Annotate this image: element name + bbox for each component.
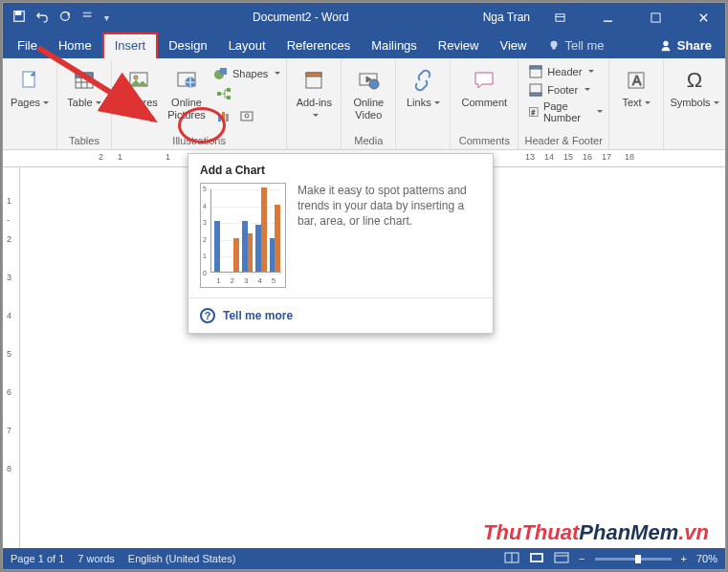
status-page[interactable]: Page 1 of 1 bbox=[11, 553, 64, 564]
tab-layout[interactable]: Layout bbox=[218, 33, 276, 58]
tab-references[interactable]: References bbox=[276, 33, 361, 58]
shapes-button[interactable]: Shapes bbox=[213, 66, 280, 81]
maximize-icon[interactable] bbox=[637, 4, 673, 31]
view-read-icon[interactable] bbox=[504, 552, 519, 565]
addins-button[interactable]: Add-ins bbox=[293, 62, 335, 121]
svg-text:#: # bbox=[532, 109, 536, 116]
svg-rect-23 bbox=[241, 112, 253, 121]
help-icon: ? bbox=[200, 308, 215, 323]
links-button[interactable]: Links bbox=[402, 62, 444, 109]
zoom-level[interactable]: 70% bbox=[696, 553, 717, 564]
redo-icon[interactable] bbox=[58, 10, 72, 26]
tab-review[interactable]: Review bbox=[428, 33, 490, 58]
svg-rect-6 bbox=[651, 12, 659, 21]
svg-rect-32 bbox=[530, 93, 541, 96]
header-button[interactable]: Header bbox=[528, 64, 603, 79]
screenshot-button[interactable] bbox=[236, 106, 257, 125]
comment-button[interactable]: Comment bbox=[456, 62, 512, 109]
svg-point-7 bbox=[663, 40, 668, 45]
status-bar: Page 1 of 1 7 words English (United Stat… bbox=[3, 548, 725, 569]
svg-point-28 bbox=[369, 79, 379, 89]
addins-icon bbox=[302, 64, 325, 97]
svg-rect-40 bbox=[555, 553, 568, 562]
qat-more-icon[interactable] bbox=[81, 10, 95, 26]
symbols-button[interactable]: Ω Symbols bbox=[670, 62, 719, 109]
annotation-arrow bbox=[29, 38, 191, 143]
document-title: Document2 - Word bbox=[119, 11, 483, 24]
undo-icon[interactable] bbox=[35, 10, 49, 26]
title-bar: ▾ Document2 - Word Nga Tran bbox=[3, 3, 725, 32]
svg-rect-4 bbox=[83, 15, 92, 17]
minimize-icon[interactable] bbox=[589, 4, 626, 31]
online-video-button[interactable]: Online Video bbox=[347, 62, 389, 121]
comment-icon bbox=[473, 64, 496, 97]
svg-rect-17 bbox=[217, 92, 221, 96]
text-icon: A bbox=[625, 64, 648, 97]
tooltip-title: Add a Chart bbox=[188, 154, 493, 183]
zoom-out-icon[interactable]: − bbox=[579, 553, 585, 564]
smartart-button[interactable] bbox=[213, 84, 234, 103]
tab-share[interactable]: Share bbox=[649, 33, 725, 58]
view-web-icon[interactable] bbox=[554, 552, 569, 565]
watermark: ThuThuatPhanMem.vn bbox=[483, 520, 709, 545]
close-icon[interactable] bbox=[685, 4, 721, 31]
svg-rect-19 bbox=[227, 96, 231, 99]
view-print-icon[interactable] bbox=[529, 552, 544, 565]
status-language[interactable]: English (United States) bbox=[128, 553, 236, 564]
tooltip-chart-preview: 01234512345 bbox=[200, 183, 286, 288]
svg-rect-22 bbox=[226, 114, 229, 121]
save-icon[interactable] bbox=[12, 10, 26, 26]
ribbon-display-icon[interactable] bbox=[541, 4, 578, 31]
zoom-slider[interactable] bbox=[595, 558, 672, 561]
tab-tellme[interactable]: Tell me bbox=[537, 33, 614, 58]
svg-rect-39 bbox=[532, 555, 541, 561]
svg-point-24 bbox=[245, 114, 249, 118]
vertical-ruler[interactable]: 1- 23 45 67 8 bbox=[3, 167, 20, 548]
tab-view[interactable]: View bbox=[489, 33, 537, 58]
online-video-icon bbox=[357, 64, 380, 97]
tooltip-tell-me-more[interactable]: ? Tell me more bbox=[188, 297, 493, 333]
svg-rect-16 bbox=[220, 68, 227, 75]
svg-rect-18 bbox=[227, 88, 231, 92]
footer-button[interactable]: Footer bbox=[528, 82, 603, 98]
tooltip-description: Make it easy to spot patterns and trends… bbox=[298, 183, 481, 288]
tab-mailings[interactable]: Mailings bbox=[361, 33, 428, 58]
qat-customize-icon[interactable]: ▾ bbox=[104, 12, 109, 23]
zoom-in-icon[interactable]: + bbox=[681, 553, 687, 564]
links-icon bbox=[411, 64, 434, 97]
svg-rect-26 bbox=[306, 73, 321, 77]
chart-tooltip: Add a Chart 01234512345 Make it easy to … bbox=[188, 153, 494, 334]
symbols-icon: Ω bbox=[687, 64, 702, 97]
text-button[interactable]: A Text bbox=[615, 62, 657, 109]
svg-rect-3 bbox=[83, 11, 92, 13]
user-name[interactable]: Nga Tran bbox=[483, 11, 530, 24]
svg-rect-5 bbox=[555, 13, 563, 20]
svg-point-2 bbox=[61, 11, 70, 20]
svg-text:A: A bbox=[632, 73, 642, 88]
status-words[interactable]: 7 words bbox=[77, 553, 115, 564]
svg-rect-30 bbox=[530, 66, 541, 69]
page-number-button[interactable]: #Page Number bbox=[528, 100, 603, 123]
svg-rect-1 bbox=[16, 11, 21, 14]
